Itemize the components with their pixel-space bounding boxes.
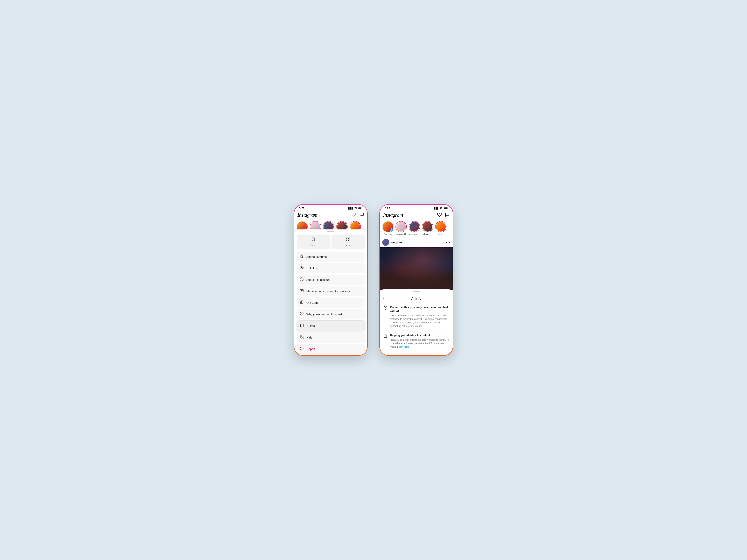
- story-mishka-right[interactable]: mishka...: [435, 221, 446, 235]
- story-username-1-right: gwangurl77: [396, 233, 406, 235]
- signal-icon-right: ▋▋▋: [434, 207, 439, 210]
- menu-list-left: Add to favorites Unfollow About this acc…: [294, 251, 367, 354]
- action-row-left: Save Remix: [294, 235, 367, 251]
- remix-button[interactable]: Remix: [332, 235, 365, 249]
- add-story-badge-right: +: [390, 229, 393, 232]
- svg-marker-7: [300, 255, 304, 258]
- ai-info-modified-title: Content in this post may have been modif…: [390, 305, 449, 313]
- messenger-icon-right[interactable]: [445, 212, 449, 218]
- why-icon: [300, 312, 304, 317]
- ai-info-icon-left: [300, 323, 304, 328]
- story-username-4-right: mishka...: [437, 233, 445, 235]
- sheet-handle-left: [327, 231, 334, 232]
- unfollow-label: Unfollow: [306, 267, 318, 270]
- svg-rect-16: [300, 302, 302, 304]
- status-bar-left: 5:26 ▋▋▋: [294, 205, 367, 211]
- star-icon: [300, 254, 304, 259]
- ai-info-identify-icon: [383, 334, 387, 349]
- learn-more-link[interactable]: Learn more: [397, 346, 409, 348]
- ai-sheet-back-button[interactable]: ‹: [383, 297, 384, 301]
- story-username-2-right: aimi.allover: [410, 233, 419, 235]
- unfollow-item[interactable]: Unfollow: [297, 263, 365, 273]
- qr-icon: [300, 300, 304, 305]
- instagram-logo-right: Instagram: [383, 212, 403, 218]
- ai-info-modified-desc: This is based on a standard AI signal we…: [390, 314, 449, 328]
- messenger-icon[interactable]: [359, 212, 364, 218]
- header-icons-right: [437, 212, 449, 218]
- qr-code-label: QR Code: [306, 301, 319, 304]
- header-icons-left: [352, 212, 364, 218]
- save-button[interactable]: Save: [297, 235, 330, 249]
- report-icon: [300, 347, 304, 351]
- ai-sheet-header: ‹ AI info: [380, 294, 453, 302]
- remix-icon: [346, 237, 350, 242]
- captions-icon: [300, 289, 304, 294]
- heart-icon-right[interactable]: [437, 212, 442, 218]
- why-seeing-item[interactable]: Why you're seeing this post: [297, 309, 365, 319]
- post-header-right: emilyfan ✓ ···: [380, 237, 453, 247]
- svg-rect-15: [302, 301, 303, 302]
- status-icons-left: ▋▋▋: [349, 207, 362, 210]
- ai-info-identify-content: Helping you identify AI content Not all …: [390, 334, 449, 349]
- about-icon: [300, 277, 304, 282]
- story-username-3-right: alex.any...: [423, 233, 432, 235]
- svg-rect-1: [358, 207, 361, 209]
- status-time-left: 5:26: [299, 207, 305, 210]
- ai-sheet-title: AI info: [411, 297, 421, 301]
- svg-rect-3: [346, 238, 347, 239]
- ai-info-identify-title: Helping you identify AI content: [390, 334, 449, 337]
- hide-icon: [300, 335, 304, 340]
- save-label: Save: [310, 244, 316, 246]
- svg-rect-5: [346, 240, 347, 241]
- remix-label: Remix: [344, 244, 352, 246]
- heart-icon[interactable]: [352, 212, 356, 218]
- phone-right: 5:26 ▋▋▋ Instagram: [379, 204, 453, 356]
- ai-info-identify-desc: Not all AI content contains the data we …: [390, 338, 449, 349]
- why-seeing-label: Why you're seeing this post: [306, 313, 342, 316]
- ai-info-modified-content: Content in this post may have been modif…: [390, 305, 449, 328]
- captions-label: Manage captions and translations: [306, 290, 350, 293]
- post-username-right: emilyfan ✓: [391, 241, 405, 244]
- your-story-right[interactable]: + Your story: [382, 221, 393, 235]
- wifi-icon-right: [440, 207, 443, 210]
- stories-row-right: + Your story gwangurl77 aimi.allover: [380, 220, 453, 237]
- svg-rect-6: [349, 240, 350, 241]
- story-alex-right[interactable]: alex.any...: [422, 221, 433, 235]
- add-favorites-label: Add to favorites: [306, 255, 327, 259]
- svg-rect-30: [444, 207, 447, 209]
- post-image-overlay-right: [380, 247, 453, 290]
- add-favorites-item[interactable]: Add to favorites: [297, 251, 365, 262]
- status-time-right: 5:26: [385, 207, 390, 210]
- captions-item[interactable]: Manage captions and translations: [297, 286, 365, 296]
- post-more-right[interactable]: ···: [446, 240, 450, 245]
- phone-left: 5:26 ▋▋▋ Instagram: [294, 204, 368, 356]
- hide-item[interactable]: Hide: [297, 332, 365, 343]
- post-avatar-right: [382, 239, 389, 246]
- svg-point-8: [301, 266, 302, 268]
- post-image-right: [380, 247, 453, 290]
- qr-code-item[interactable]: QR Code: [297, 297, 365, 308]
- ai-info-item[interactable]: AI info: [297, 320, 365, 331]
- instagram-logo-left: Instagram: [298, 212, 317, 218]
- ai-info-modified-icon: [383, 306, 387, 328]
- about-account-label: About this account: [306, 278, 330, 282]
- unfollow-icon: [300, 266, 304, 271]
- svg-rect-2: [362, 208, 362, 209]
- report-label: Report: [306, 347, 315, 351]
- status-bar-right: 5:26 ▋▋▋: [380, 205, 453, 211]
- insta-header-left: Instagram: [294, 211, 367, 220]
- battery-icon-right: [444, 207, 448, 210]
- ai-info-label-left: AI info: [307, 324, 315, 327]
- status-icons-right: ▋▋▋: [434, 207, 448, 210]
- save-icon: [311, 237, 315, 242]
- wifi-icon: [354, 207, 357, 210]
- story-aimi-right[interactable]: aimi.allover: [409, 221, 420, 235]
- svg-rect-4: [349, 238, 350, 239]
- svg-rect-14: [300, 301, 302, 302]
- bottom-sheet-left: Save Remix Add to favorites: [294, 230, 367, 355]
- ai-info-modified-item: Content in this post may have been modif…: [380, 302, 453, 330]
- report-item[interactable]: Report: [297, 344, 365, 354]
- ai-info-identify-item: Helping you identify AI content Not all …: [380, 330, 453, 351]
- about-account-item[interactable]: About this account: [297, 274, 365, 285]
- story-gwangurl77-right[interactable]: gwangurl77: [395, 221, 407, 235]
